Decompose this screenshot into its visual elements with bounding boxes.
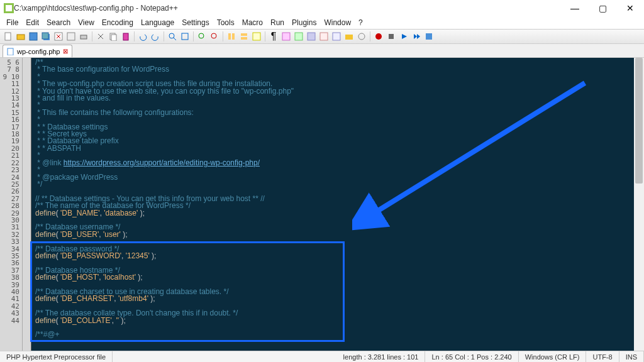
- menu-edit[interactable]: Edit: [22, 18, 43, 27]
- svg-rect-40: [8, 48, 13, 55]
- zoom-in-icon[interactable]: [196, 31, 208, 42]
- svg-rect-27: [282, 33, 290, 40]
- menu-help[interactable]: ?: [355, 18, 367, 27]
- save-icon[interactable]: [28, 31, 39, 42]
- vertical-scrollbar[interactable]: [634, 58, 644, 351]
- sync-h-icon[interactable]: [238, 31, 250, 42]
- svg-rect-28: [295, 33, 303, 40]
- svg-rect-16: [123, 33, 128, 40]
- svg-rect-31: [333, 33, 340, 40]
- find-icon[interactable]: [167, 31, 178, 42]
- svg-point-34: [375, 33, 382, 40]
- save-all-icon[interactable]: [40, 31, 52, 42]
- play-icon[interactable]: [398, 31, 409, 42]
- status-encoding[interactable]: UTF-8: [586, 351, 619, 362]
- tab-label: wp-config.php: [17, 48, 60, 55]
- svg-rect-24: [241, 33, 247, 36]
- svg-rect-23: [232, 33, 235, 40]
- doc-list-icon[interactable]: [318, 31, 330, 42]
- scrollbar-thumb[interactable]: [635, 58, 643, 184]
- svg-rect-11: [80, 35, 87, 39]
- func-list-icon[interactable]: [331, 31, 342, 42]
- svg-point-17: [169, 33, 174, 38]
- status-position: Ln : 65 Col : 1 Pos : 2.240: [425, 351, 518, 362]
- svg-marker-38: [417, 34, 420, 39]
- cut-icon[interactable]: [95, 31, 106, 42]
- undo-icon[interactable]: [137, 31, 148, 42]
- status-eol[interactable]: Windows (CR LF): [519, 351, 587, 362]
- svg-rect-10: [67, 33, 75, 40]
- close-file-icon[interactable]: [53, 31, 64, 42]
- svg-rect-15: [111, 35, 116, 41]
- svg-rect-39: [426, 33, 432, 40]
- record-icon[interactable]: [373, 31, 384, 42]
- monitor-icon[interactable]: [356, 31, 367, 42]
- svg-rect-4: [30, 33, 37, 40]
- user-lang-icon[interactable]: [293, 31, 304, 42]
- wrap-icon[interactable]: [251, 31, 262, 42]
- svg-rect-3: [17, 35, 25, 40]
- paste-icon[interactable]: [120, 31, 131, 42]
- svg-line-18: [174, 38, 176, 40]
- replace-icon[interactable]: [179, 31, 191, 42]
- menu-macro[interactable]: Macro: [238, 18, 267, 27]
- tab-bar: wp-config.php ⊠: [0, 44, 644, 58]
- svg-rect-29: [308, 33, 315, 40]
- close-tab-icon[interactable]: ⊠: [63, 48, 68, 55]
- menu-window[interactable]: Window: [320, 18, 355, 27]
- svg-point-21: [211, 33, 216, 38]
- zoom-out-icon[interactable]: [209, 31, 220, 42]
- code-area[interactable]: /** * The base configuration for WordPre…: [31, 58, 644, 351]
- status-filetype: PHP Hypertext Preprocessor file: [0, 351, 113, 362]
- svg-rect-35: [389, 34, 394, 39]
- svg-rect-25: [241, 37, 247, 40]
- menubar: File Edit Search View Encoding Language …: [0, 16, 644, 29]
- file-icon: [7, 48, 14, 55]
- svg-marker-36: [402, 34, 407, 39]
- menu-file[interactable]: File: [3, 18, 22, 27]
- menu-plugins[interactable]: Plugins: [288, 18, 320, 27]
- fold-margin[interactable]: [23, 58, 31, 351]
- menu-settings[interactable]: Settings: [178, 18, 213, 27]
- play-multi-icon[interactable]: [411, 31, 422, 42]
- menu-run[interactable]: Run: [267, 18, 288, 27]
- svg-point-33: [358, 33, 365, 40]
- menu-search[interactable]: Search: [43, 18, 74, 27]
- tab-wp-config[interactable]: wp-config.php ⊠: [3, 45, 72, 57]
- show-all-chars-icon[interactable]: ¶: [268, 31, 279, 42]
- stop-record-icon[interactable]: [386, 31, 397, 42]
- menu-language[interactable]: Language: [137, 18, 178, 27]
- sync-v-icon[interactable]: [226, 31, 237, 42]
- close-button[interactable]: ✕: [616, 0, 644, 16]
- minimize-button[interactable]: —: [561, 0, 589, 16]
- svg-rect-22: [228, 33, 231, 40]
- svg-rect-30: [320, 33, 328, 40]
- maximize-button[interactable]: ▢: [589, 0, 616, 16]
- svg-rect-6: [42, 33, 48, 39]
- svg-rect-2: [5, 33, 11, 40]
- print-icon[interactable]: [78, 31, 89, 42]
- editor-area[interactable]: 5 6 7 8 9 10 11 12 13 14 15 16 17 18 19 …: [0, 58, 644, 351]
- open-file-icon[interactable]: [15, 31, 26, 42]
- svg-marker-37: [414, 34, 417, 39]
- menu-tools[interactable]: Tools: [213, 18, 238, 27]
- svg-rect-26: [253, 33, 260, 40]
- new-file-icon[interactable]: [3, 31, 14, 42]
- doc-map-icon[interactable]: [306, 31, 317, 42]
- svg-rect-19: [182, 33, 188, 40]
- status-mode[interactable]: INS: [619, 351, 644, 362]
- close-all-icon[interactable]: [65, 31, 77, 42]
- window-title: C:\xampp\htdocs\test\wp-config.php - Not…: [14, 4, 178, 13]
- status-length: length : 3.281 lines : 101: [337, 351, 426, 362]
- status-bar: PHP Hypertext Preprocessor file length :…: [0, 351, 644, 362]
- indent-guide-icon[interactable]: [280, 31, 292, 42]
- menu-encoding[interactable]: Encoding: [98, 18, 137, 27]
- menu-view[interactable]: View: [74, 18, 98, 27]
- save-macro-icon[interactable]: [423, 31, 435, 42]
- svg-point-20: [199, 33, 204, 38]
- titlebar: C:\xampp\htdocs\test\wp-config.php - Not…: [0, 0, 644, 16]
- folder-icon[interactable]: [343, 31, 355, 42]
- copy-icon[interactable]: [108, 31, 119, 42]
- redo-icon[interactable]: [150, 31, 161, 42]
- app-icon: [4, 3, 14, 13]
